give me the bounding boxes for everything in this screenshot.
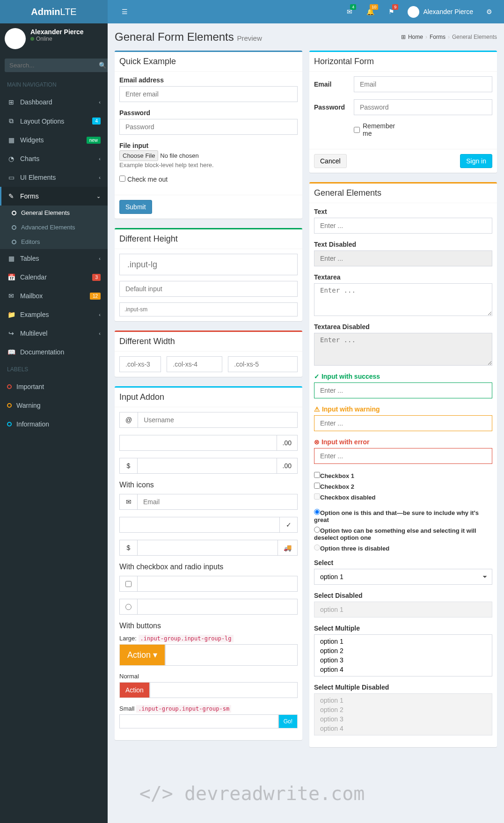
check-addon-input[interactable] [119, 517, 280, 533]
warning-input[interactable] [314, 415, 492, 431]
box-title-width: Different Width [119, 337, 298, 346]
username-input[interactable] [138, 412, 298, 428]
brand-logo[interactable]: AdminLTE [0, 0, 108, 23]
sidebar-toggle[interactable]: ☰ [115, 1, 135, 22]
textarea-input[interactable] [314, 283, 492, 316]
select-input[interactable]: option 1option 2option 3option 4option 5 [314, 569, 492, 585]
truck-addon-input[interactable] [137, 540, 278, 556]
h-email-input[interactable] [354, 76, 492, 92]
input-col3[interactable] [119, 356, 161, 372]
amount-input-1[interactable] [119, 435, 277, 451]
flags-icon[interactable]: ⚑9 [384, 1, 399, 22]
select-disabled-input: option 1option 2option 3option 4option 5 [314, 602, 492, 617]
breadcrumb-current: General Elements [452, 34, 497, 40]
sidebar-item-multilevel[interactable]: ↪Multilevel‹ [0, 324, 108, 343]
checkbox-1[interactable]: Checkbox 1 [314, 471, 492, 479]
amount-input-2[interactable] [137, 458, 277, 474]
sidebar-user-status: Online [30, 36, 84, 42]
sidebar-user-name: Alexander Pierce [30, 28, 84, 36]
messages-icon[interactable]: ✉4 [342, 1, 357, 22]
page-title: General Form Elements Preview [115, 30, 262, 44]
h-email-label: Email [314, 81, 354, 88]
sidebar-item-ui-elements[interactable]: ▭UI Elements‹ [0, 168, 108, 187]
file-help: Example block-level help text here. [119, 162, 298, 169]
action-button-normal[interactable]: Action [119, 682, 150, 698]
box-title-horizontal: Horizontal Form [314, 57, 492, 66]
checkbox-addon[interactable] [119, 576, 137, 592]
with-buttons-header: With buttons [119, 622, 298, 630]
with-icons-header: With icons [119, 481, 298, 489]
text-disabled-label: Text Disabled [314, 241, 492, 248]
file-input[interactable]: Choose File No file chosen [119, 152, 298, 159]
h-password-input[interactable] [354, 99, 492, 115]
radio-addon[interactable] [119, 599, 137, 615]
sidebar-item-examples[interactable]: 📁Examples‹ [0, 305, 108, 324]
sidebar-item-documentation[interactable]: 📖Documentation [0, 343, 108, 361]
go-button[interactable]: Go! [278, 714, 298, 728]
user-panel-avatar [5, 28, 26, 49]
remember-me[interactable]: Remember me [354, 122, 394, 137]
success-input[interactable] [314, 382, 492, 398]
radio-addon-input[interactable] [137, 599, 298, 615]
label-information[interactable]: Information [0, 415, 108, 434]
sidebar-labels-header: LABELS [0, 361, 108, 377]
label-warning[interactable]: Warning [0, 396, 108, 415]
envelope-icon: ✉ [119, 494, 137, 510]
select-label: Select [314, 559, 492, 566]
signin-button[interactable]: Sign in [460, 154, 492, 168]
select-multiple-input[interactable]: option 1option 2option 3option 4option 5 [314, 634, 492, 676]
file-label: File input [119, 142, 298, 149]
input-lg[interactable] [119, 254, 298, 275]
submit-button[interactable]: Submit [119, 200, 152, 214]
input-col5[interactable] [228, 356, 298, 372]
breadcrumb: ⊞ Home › Forms › General Elements [401, 34, 497, 40]
textarea-label: Textarea [314, 273, 492, 281]
normal-label: Normal [119, 673, 298, 680]
sidebar-item-dashboard[interactable]: ⊞Dashboard‹ [0, 93, 108, 111]
sidebar-item-layout-options[interactable]: ⧉Layout Options4 [0, 111, 108, 131]
sidebar-nav-header: MAIN NAVIGATION [0, 77, 108, 93]
radio-1[interactable]: Option one is this and that—be sure to i… [314, 508, 492, 523]
email-addon-input[interactable] [137, 494, 298, 510]
input-col4[interactable] [167, 356, 222, 372]
password-label: Password [119, 109, 298, 117]
sidebar-subitem-editors[interactable]: Editors [0, 235, 108, 249]
action-input-normal[interactable] [150, 682, 298, 698]
sidebar-search-input[interactable] [5, 59, 93, 72]
sidebar-subitem-general-elements[interactable]: General Elements [0, 206, 108, 220]
input-default[interactable] [119, 281, 298, 297]
sidebar-item-forms[interactable]: ✎Forms⌄ [0, 187, 108, 206]
sidebar-search-button[interactable]: 🔍 [93, 59, 108, 72]
checkbox-addon-input[interactable] [137, 576, 298, 592]
select-multiple-disabled-input: option 1option 2option 3option 4option 5 [314, 693, 492, 735]
cancel-button[interactable]: Cancel [314, 154, 347, 168]
text-input[interactable] [314, 218, 492, 234]
success-label: ✓ Input with success [314, 373, 492, 380]
email-input[interactable] [119, 86, 298, 102]
error-input[interactable] [314, 448, 492, 464]
check-me-out[interactable]: Check me out [119, 176, 298, 183]
input-sm[interactable] [119, 302, 298, 316]
textarea-disabled-input [314, 333, 492, 366]
action-input-lg[interactable] [165, 644, 298, 666]
user-menu[interactable]: Alexander Pierce [404, 2, 477, 22]
sidebar-item-calendar[interactable]: 📅Calendar3 [0, 268, 108, 287]
breadcrumb-forms[interactable]: Forms [430, 34, 446, 40]
radio-2[interactable]: Option two can be something else and sel… [314, 526, 492, 541]
sidebar-subitem-advanced-elements[interactable]: Advanced Elements [0, 220, 108, 235]
box-title-height: Different Height [119, 234, 298, 244]
large-label: Large: .input-group.input-group-lg [119, 635, 298, 642]
go-input[interactable] [119, 714, 278, 728]
sidebar-item-mailbox[interactable]: ✉Mailbox12 [0, 287, 108, 305]
password-input[interactable] [119, 119, 298, 135]
sidebar-item-tables[interactable]: ▦Tables‹ [0, 249, 108, 268]
sidebar-item-charts[interactable]: ◔Charts‹ [0, 149, 108, 168]
gears-icon[interactable]: ⚙ [482, 1, 497, 22]
notifications-icon[interactable]: 🔔10 [362, 1, 379, 22]
label-important[interactable]: Important [0, 377, 108, 396]
checkbox-2[interactable]: Checkbox 2 [314, 482, 492, 490]
sidebar-item-widgets[interactable]: ▦Widgetsnew [0, 131, 108, 149]
action-button-lg[interactable]: Action ▾ [119, 644, 165, 666]
breadcrumb-home[interactable]: Home [408, 34, 423, 40]
with-checkbox-header: With checkbox and radio inputs [119, 563, 298, 571]
